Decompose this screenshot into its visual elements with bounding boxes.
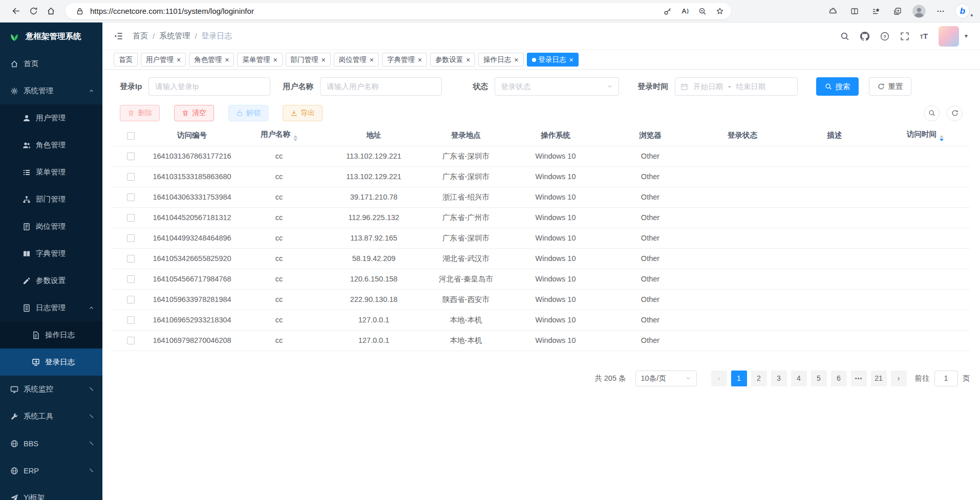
browser-home-button[interactable]	[42, 3, 59, 20]
sidebar-item-param-settings[interactable]: 参数设置	[0, 267, 102, 294]
sidebar-item-log-mgmt[interactable]: 日志管理	[0, 294, 102, 321]
sidebar-item-yi-framework[interactable]: Yi框架	[0, 484, 102, 500]
column-header-time[interactable]: 访问时间	[881, 125, 970, 146]
sidebar-item-user-mgmt[interactable]: 用户管理	[0, 104, 102, 132]
tab-menu-mgmt[interactable]: 菜单管理×	[237, 53, 282, 67]
favorites-bar-icon[interactable]	[869, 5, 883, 18]
sidebar-item-post-mgmt[interactable]: 岗位管理	[0, 213, 102, 240]
close-icon[interactable]: ×	[466, 56, 470, 63]
sidebar-collapse-icon[interactable]	[114, 31, 123, 41]
tab-login-log[interactable]: 登录日志×	[527, 53, 579, 67]
sidebar-item-dict-mgmt[interactable]: 字典管理	[0, 240, 102, 267]
sidebar-item-menu-mgmt[interactable]: 菜单管理	[0, 159, 102, 186]
clear-button[interactable]: 清空	[174, 105, 214, 121]
site-info-lock-icon[interactable]	[73, 4, 87, 18]
tab-role-mgmt[interactable]: 角色管理×	[189, 53, 234, 67]
browser-refresh-button[interactable]	[25, 3, 42, 20]
goto-page-input[interactable]	[934, 371, 958, 386]
app-logo[interactable]: 意框架管理系统	[0, 23, 102, 50]
show-search-toggle-button[interactable]	[924, 105, 940, 121]
page-button-21[interactable]: 21	[871, 371, 887, 386]
tab-post-mgmt[interactable]: 岗位管理×	[334, 53, 379, 67]
user-avatar[interactable]	[939, 26, 959, 47]
close-icon[interactable]: ×	[569, 56, 573, 63]
sidebar-item-system-monitor[interactable]: 系统监控	[0, 376, 102, 403]
tab-dept-mgmt[interactable]: 部门管理×	[286, 53, 331, 67]
sidebar-item-home[interactable]: 首页	[0, 50, 102, 77]
sidebar-item-dept-mgmt[interactable]: 部门管理	[0, 186, 102, 213]
breadcrumb-item-system[interactable]: 系统管理	[159, 31, 190, 41]
page-button-2[interactable]: 2	[751, 371, 767, 386]
row-checkbox[interactable]	[127, 296, 135, 303]
select-all-checkbox[interactable]	[127, 132, 135, 140]
row-checkbox[interactable]	[127, 214, 135, 222]
next-page-button[interactable]: ›	[891, 371, 907, 386]
delete-button[interactable]: 删除	[120, 105, 160, 121]
tab-operation-log[interactable]: 操作日志×	[478, 53, 523, 67]
sidebar-item-role-mgmt[interactable]: 角色管理	[0, 132, 102, 159]
browser-profile-avatar[interactable]	[912, 5, 926, 18]
fullscreen-icon[interactable]	[900, 32, 909, 41]
add-favorite-star-icon[interactable]	[713, 4, 727, 18]
page-button-3[interactable]: 3	[771, 371, 787, 386]
row-checkbox[interactable]	[127, 153, 135, 160]
refresh-table-button[interactable]	[947, 105, 963, 121]
collections-icon[interactable]	[891, 5, 904, 18]
chevron-down-icon[interactable]: ▼	[964, 33, 969, 39]
breadcrumb-item-home[interactable]: 首页	[133, 31, 148, 41]
sidebar-item-bbs[interactable]: BBS	[0, 430, 102, 457]
close-icon[interactable]: ×	[225, 56, 229, 63]
close-icon[interactable]: ×	[322, 56, 326, 63]
row-checkbox[interactable]	[127, 193, 135, 201]
page-button-6[interactable]: 6	[831, 371, 847, 386]
status-select[interactable]: 登录状态	[495, 77, 619, 96]
font-size-icon[interactable]: TT	[920, 32, 928, 40]
close-icon[interactable]: ×	[514, 56, 518, 63]
export-button[interactable]: 导出	[283, 105, 323, 121]
extensions-puzzle-icon[interactable]	[826, 5, 840, 18]
bing-copilot-button[interactable]: b ▾	[955, 4, 973, 18]
search-button[interactable]: 搜索	[816, 77, 859, 96]
row-checkbox[interactable]	[127, 255, 135, 263]
login-ip-input[interactable]	[148, 77, 270, 96]
read-aloud-icon[interactable]: A)	[678, 4, 692, 18]
prev-page-button[interactable]: ‹	[711, 371, 727, 386]
search-icon[interactable]	[840, 32, 849, 41]
sidebar-item-operation-log[interactable]: 操作日志	[0, 321, 102, 349]
page-button-5[interactable]: 5	[811, 371, 827, 386]
tab-dict-mgmt[interactable]: 字典管理×	[382, 53, 427, 67]
page-button-1[interactable]: 1	[731, 371, 747, 386]
page-size-select[interactable]: 10条/页	[635, 371, 697, 386]
close-icon[interactable]: ×	[418, 56, 422, 63]
row-checkbox[interactable]	[127, 234, 135, 242]
help-icon[interactable]: ?	[880, 32, 889, 41]
tab-home[interactable]: 首页	[114, 53, 138, 67]
reset-button[interactable]: 重置	[869, 77, 911, 96]
github-icon[interactable]	[860, 32, 869, 41]
row-checkbox[interactable]	[127, 316, 135, 324]
unlock-button[interactable]: 解锁	[228, 105, 268, 121]
password-key-icon[interactable]	[661, 4, 675, 18]
row-checkbox[interactable]	[127, 173, 135, 181]
sidebar-item-system-tools[interactable]: 系统工具	[0, 403, 102, 430]
split-screen-icon[interactable]	[848, 5, 861, 18]
sort-icon[interactable]	[940, 135, 944, 141]
page-button-4[interactable]: 4	[791, 371, 807, 386]
close-icon[interactable]: ×	[177, 56, 181, 63]
sidebar-item-erp[interactable]: ERP	[0, 457, 102, 484]
date-range-picker[interactable]: 开始日期 - 结束日期	[675, 77, 798, 96]
close-icon[interactable]: ×	[273, 56, 277, 63]
sort-icon[interactable]	[293, 135, 297, 141]
tab-param-settings[interactable]: 参数设置×	[430, 53, 475, 67]
sidebar-item-login-log[interactable]: 登录日志	[0, 349, 102, 376]
row-checkbox[interactable]	[127, 275, 135, 283]
sidebar-item-system-mgmt[interactable]: 系统管理	[0, 77, 102, 104]
column-header-user[interactable]: 用户名称	[236, 125, 323, 146]
tab-user-mgmt[interactable]: 用户管理×	[141, 53, 186, 67]
browser-settings-ellipsis-icon[interactable]	[934, 5, 947, 18]
browser-back-button[interactable]	[7, 3, 25, 20]
zoom-out-icon[interactable]	[695, 4, 710, 18]
close-icon[interactable]: ×	[370, 56, 374, 63]
username-input[interactable]	[320, 77, 442, 96]
browser-address-bar[interactable]: https://ccnetcore.com:1101/system/log/lo…	[66, 3, 731, 19]
